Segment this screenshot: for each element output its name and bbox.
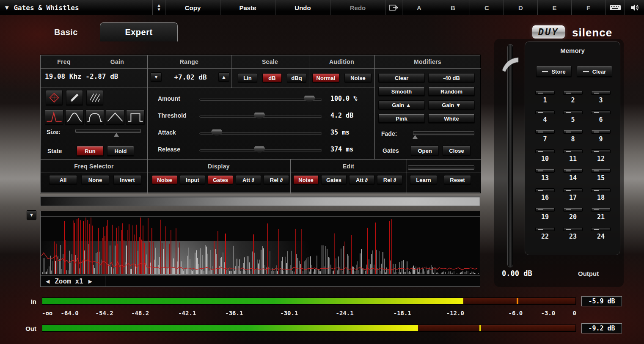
pencil-tool-button[interactable] [66,90,83,105]
memory-slot-button-14[interactable] [563,169,583,173]
memory-slot-button-1[interactable] [535,91,555,95]
tab-basic[interactable]: Basic [39,23,93,41]
snapshot-slot-f[interactable]: F [571,0,605,15]
preset-selector[interactable]: ▼ Gates & Whistles [0,0,152,15]
spinner-down-icon[interactable]: ▼ [157,8,160,11]
memory-slot-button-16[interactable] [535,188,555,192]
memory-slot-button-2[interactable] [563,91,583,95]
scale-option-dbq[interactable]: dBq [287,73,306,83]
topbar-copy-button[interactable]: Copy [165,0,220,15]
sharp-peak-curve-button[interactable] [45,110,63,125]
slider-track-threshold[interactable] [199,116,322,118]
edit-button-att[interactable]: Att ∂ [349,175,374,184]
keyboard-button[interactable] [605,0,625,15]
memory-slot-button-20[interactable] [563,208,583,212]
audition-option-normal[interactable]: Normal [312,73,339,83]
learn-button[interactable]: Learn [410,175,437,184]
scale-option-db[interactable]: dB [262,73,282,83]
topbar-redo-button[interactable]: Redo [330,0,385,15]
modifier-40-db-button[interactable]: -40 dB [428,73,475,83]
edit-amount-slider[interactable] [408,165,474,170]
memory-slot-button-5[interactable] [563,110,583,114]
tab-expert[interactable]: Expert [100,22,178,41]
zoom-out-button[interactable]: ◀ [46,278,50,284]
slider-thumb-threshold[interactable] [254,113,265,120]
edit-button-noise[interactable]: Noise [293,175,319,184]
modifier-clear-button[interactable]: Clear [378,73,425,83]
memory-slot-button-3[interactable] [591,91,611,95]
slider-track-release[interactable] [199,149,322,151]
memory-slot-button-13[interactable] [535,169,555,173]
slider-thumb-amount[interactable] [304,96,315,103]
triangle-curve-button[interactable] [106,110,124,125]
scale-option-lin[interactable]: Lin [238,73,257,83]
fade-slider[interactable] [413,131,474,135]
edit-button-gates[interactable]: Gates [321,175,347,184]
topbar-paste-button[interactable]: Paste [220,0,275,15]
edit-button-rel[interactable]: Rel ∂ [377,175,402,184]
display-collapse-button[interactable]: ▼ [27,210,36,220]
gain-curve-strip[interactable] [40,196,480,206]
freq-selector-all-button[interactable]: All [49,175,77,184]
modifier-gain-button[interactable]: Gain ▼ [428,100,475,110]
memory-slot-button-6[interactable] [591,110,611,114]
snapshot-slot-e[interactable]: E [537,0,571,15]
size-slider-marker[interactable] [114,133,119,137]
freq-selector-none-button[interactable]: None [81,175,109,184]
topbar-undo-button[interactable]: Undo [275,0,330,15]
state-run-button[interactable]: Run [77,146,104,156]
reset-button[interactable]: Reset [444,175,471,184]
memory-slot-button-19[interactable] [535,208,555,212]
memory-slot-button-17[interactable] [563,188,583,192]
memory-slot-button-7[interactable] [535,130,555,134]
audio-monitor-button[interactable] [625,0,644,15]
modifier-gain-button[interactable]: Gain ▲ [378,100,425,110]
display-button-noise[interactable]: Noise [152,175,177,184]
gates-close-button[interactable]: Close [443,146,471,156]
slider-thumb-release[interactable] [254,146,265,154]
size-slider[interactable] [75,129,141,133]
memory-slot-button-15[interactable] [591,169,611,173]
spinner-up-icon[interactable]: ▲ [157,4,160,7]
crosshair-tool-button[interactable] [46,90,63,105]
slider-thumb-attack[interactable] [211,129,222,137]
flat-top-curve-button[interactable] [126,110,145,125]
memory-slot-button-24[interactable] [591,227,611,231]
slider-track-amount[interactable] [199,99,322,101]
memory-slot-button-23[interactable] [563,227,583,231]
output-gain-slider[interactable] [507,44,513,267]
audition-option-noise[interactable]: Noise [344,73,372,83]
memory-slot-button-21[interactable] [591,208,611,212]
snapshot-slot-c[interactable]: C [470,0,504,15]
preset-spinner[interactable]: ▲ ▼ [152,0,165,15]
export-preset-button[interactable] [385,0,402,15]
memory-clear-button[interactable]: Clear [577,66,612,77]
state-hold-button[interactable]: Hold [107,146,134,156]
modifier-smooth-button[interactable]: Smooth [378,87,425,96]
display-button-rel[interactable]: Rel ∂ [264,175,289,184]
gates-open-button[interactable]: Open [411,146,439,156]
output-gain-handle[interactable] [501,56,520,74]
display-button-input[interactable]: Input [180,175,205,184]
memory-slot-button-9[interactable] [591,130,611,134]
hatch-tool-button[interactable] [86,90,103,105]
zoom-in-button[interactable]: ▶ [88,278,92,284]
dome-curve-button[interactable] [85,110,104,125]
display-button-att[interactable]: Att ∂ [236,175,261,184]
modifier-pink-button[interactable]: Pink [378,114,425,123]
memory-slot-button-10[interactable] [535,149,555,153]
memory-slot-button-12[interactable] [591,149,611,153]
memory-slot-button-11[interactable] [563,149,583,153]
range-up-button[interactable]: ▲ [218,72,229,82]
memory-slot-button-8[interactable] [563,130,583,134]
fade-slider-marker[interactable] [413,135,418,139]
slider-track-attack[interactable] [199,132,322,135]
freq-selector-invert-button[interactable]: Invert [113,175,141,184]
bell-curve-button[interactable] [65,110,84,125]
memory-slot-button-18[interactable] [591,188,611,192]
modifier-white-button[interactable]: White [428,114,475,123]
memory-slot-button-22[interactable] [535,227,555,231]
snapshot-slot-a[interactable]: A [402,0,436,15]
memory-slot-button-4[interactable] [535,110,555,114]
spectrum-display[interactable] [41,217,479,275]
